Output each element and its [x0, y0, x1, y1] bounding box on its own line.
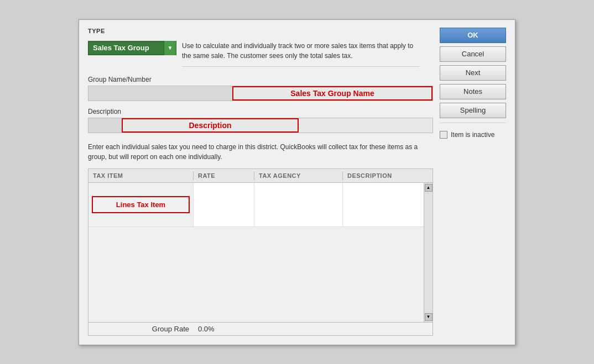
table-scrollbar[interactable]: ▲ ▼ [424, 183, 433, 322]
description-placeholder-box[interactable]: Description [122, 118, 299, 133]
description-input-row[interactable]: Description [88, 118, 433, 133]
group-name-section: Group Name/Number Sales Tax Group Name [88, 76, 433, 101]
cell-rate[interactable] [194, 183, 254, 226]
description-placeholder: Description [189, 121, 231, 130]
cell-tax-item[interactable]: Lines Tax Item [88, 183, 194, 226]
group-rate-label: Group Rate [88, 325, 194, 333]
description-prefix [88, 118, 122, 133]
group-rate-value: 0.0% [194, 325, 254, 333]
notes-button[interactable]: Notes [440, 84, 506, 99]
type-row: Sales Tax Group ▼ Use to calculate and i… [88, 41, 433, 67]
table-body: Lines Tax Item ▲ ▼ [88, 183, 433, 322]
main-content: TYPE Sales Tax Group ▼ Use to calculate … [88, 28, 433, 336]
description-suffix [299, 118, 433, 133]
group-name-label: Group Name/Number [88, 76, 433, 83]
cell-agency[interactable] [254, 183, 343, 226]
ok-button[interactable]: OK [440, 28, 506, 43]
dialog: TYPE Sales Tax Group ▼ Use to calculate … [79, 19, 515, 345]
col-header-rate: RATE [194, 171, 254, 180]
spelling-button[interactable]: Spelling [440, 103, 506, 118]
group-rate-row: Group Rate 0.0% [88, 322, 433, 335]
lines-tax-item-placeholder: Lines Tax Item [92, 196, 190, 213]
right-panel: OK Cancel Next Notes Spelling Item is in… [440, 28, 506, 336]
type-label: TYPE [88, 28, 433, 34]
next-button[interactable]: Next [440, 65, 506, 81]
col-header-tax-agency: TAX AGENCY [254, 171, 343, 180]
table-row[interactable]: Lines Tax Item [88, 183, 424, 227]
type-description: Use to calculate and individually track … [182, 41, 420, 67]
scroll-down-button[interactable]: ▼ [425, 313, 433, 321]
table-header: TAX ITEM RATE TAX AGENCY DESCRIPTION [88, 169, 433, 183]
group-name-input-row[interactable]: Sales Tax Group Name [88, 86, 433, 101]
inactive-label: Item is inactive [451, 131, 494, 139]
cell-description[interactable] [343, 183, 424, 226]
table-rows: Lines Tax Item [88, 183, 424, 322]
scroll-up-button[interactable]: ▲ [425, 184, 433, 192]
dropdown-value: Sales Tax Group [88, 44, 164, 52]
col-header-description: DESCRIPTION [343, 171, 433, 180]
inactive-row: Item is inactive [440, 131, 506, 139]
dropdown-arrow-icon[interactable]: ▼ [164, 41, 176, 55]
instructions-text: Enter each individual sales tax you need… [88, 142, 433, 162]
divider [440, 123, 506, 123]
group-name-placeholder: Sales Tax Group Name [290, 89, 374, 98]
inactive-checkbox[interactable] [440, 131, 447, 139]
cancel-button[interactable]: Cancel [440, 46, 506, 62]
type-dropdown[interactable]: Sales Tax Group ▼ [88, 41, 176, 55]
description-label: Description [88, 108, 433, 115]
group-name-prefix [88, 86, 232, 101]
tax-table: TAX ITEM RATE TAX AGENCY DESCRIPTION Lin… [88, 168, 433, 336]
description-section: Description Description [88, 108, 433, 133]
group-name-placeholder-box[interactable]: Sales Tax Group Name [232, 86, 433, 101]
col-header-tax-item: TAX ITEM [88, 171, 194, 180]
